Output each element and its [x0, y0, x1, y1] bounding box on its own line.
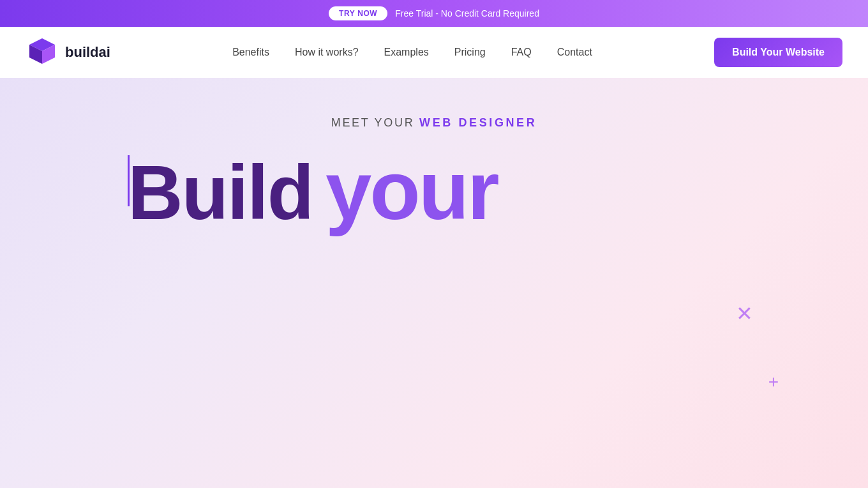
nav-item-examples[interactable]: Examples: [384, 47, 429, 58]
nav-item-benefits[interactable]: Benefits: [232, 47, 269, 58]
nav-item-pricing[interactable]: Pricing: [454, 47, 486, 58]
hero-headline: Build your: [0, 149, 868, 232]
hero-section: MEET YOUR WEB DESIGNER Build your ✕ +: [0, 78, 868, 488]
your-word: your: [326, 149, 498, 232]
build-website-button[interactable]: Build Your Website: [714, 38, 842, 67]
nav-item-faq[interactable]: FAQ: [511, 47, 532, 58]
nav-links: Benefits How it works? Examples Pricing …: [232, 47, 592, 58]
top-banner: TRY NOW Free Trial - No Credit Card Requ…: [0, 0, 868, 27]
meet-label: MEET YOUR: [331, 116, 415, 129]
banner-text: Free Trial - No Credit Card Required: [395, 8, 539, 19]
build-word: Build: [128, 154, 313, 231]
nav-item-how-it-works[interactable]: How it works?: [295, 47, 359, 58]
logo-icon: [26, 36, 59, 69]
navbar: buildai Benefits How it works? Examples …: [0, 27, 868, 78]
logo-text: buildai: [65, 44, 110, 61]
logo-area[interactable]: buildai: [26, 36, 110, 69]
decoration-cross-icon: ✕: [736, 301, 753, 326]
try-now-button[interactable]: TRY NOW: [329, 6, 387, 20]
decoration-plus-icon: +: [768, 372, 779, 392]
meet-tagline: MEET YOUR WEB DESIGNER: [331, 116, 537, 130]
web-designer-label: WEB DESIGNER: [419, 116, 537, 129]
nav-item-contact[interactable]: Contact: [557, 47, 592, 58]
